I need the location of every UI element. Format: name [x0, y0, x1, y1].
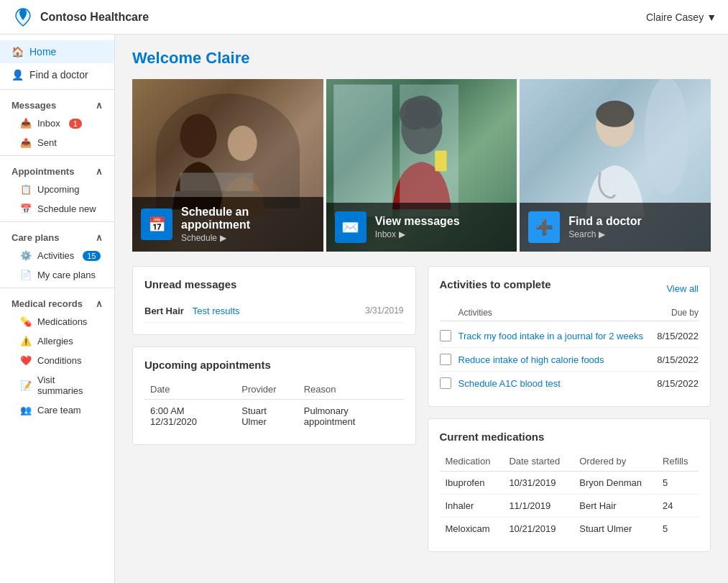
- sidebar-schedule-new-label: Schedule new: [37, 203, 96, 214]
- activity-label-2[interactable]: Reduce intake of high calorie foods: [459, 354, 650, 365]
- sidebar-divider-1: [0, 89, 114, 90]
- sidebar-medical-records-header: Medical records ∧: [0, 291, 114, 312]
- activity-checkbox-3[interactable]: [440, 377, 451, 389]
- activity-row-2: Reduce intake of high calorie foods 8/15…: [440, 348, 699, 372]
- activity-checkbox-2[interactable]: [440, 354, 451, 365]
- care-plans-section-label: Care plans: [11, 232, 59, 243]
- appointments-table: Date Provider Reason 6:00 AM 12/31/2020 …: [144, 380, 404, 433]
- hero-card-1-overlay: 📅 Schedule an appointment Schedule ▶: [132, 197, 323, 252]
- activity-label-3[interactable]: Schedule A1C blood test: [459, 378, 650, 389]
- appointments-section-label: Appointments: [11, 166, 74, 177]
- current-medications-card: Current medications Medication Date star…: [428, 418, 711, 552]
- message-sender: Bert Hair: [144, 306, 184, 316]
- find-doctor-icon: 👤: [11, 69, 24, 81]
- medical-records-collapse-icon[interactable]: ∧: [96, 298, 103, 309]
- hero-card-schedule[interactable]: 📅 Schedule an appointment Schedule ▶: [132, 79, 323, 252]
- sidebar-upcoming-label: Upcoming: [37, 184, 80, 195]
- hero-card-find-doctor[interactable]: ➕ Find a doctor Search ▶: [520, 79, 711, 252]
- find-doctor-card-icon: ➕: [528, 211, 560, 243]
- sidebar-item-find-doctor[interactable]: 👤 Find a doctor: [0, 63, 114, 86]
- inbox-badge: 1: [69, 119, 82, 129]
- sidebar-item-sent[interactable]: 📤 Sent: [0, 133, 114, 152]
- sidebar-item-conditions[interactable]: ❤️ Conditions: [0, 351, 114, 370]
- messages-card-title: View messages: [375, 215, 460, 228]
- welcome-title: Welcome Claire: [132, 49, 711, 68]
- sidebar-item-allergies[interactable]: ⚠️ Allergies: [0, 331, 114, 351]
- activities-card-title: Activities to complete: [440, 278, 551, 290]
- svg-point-14: [645, 79, 688, 195]
- svg-rect-10: [400, 85, 459, 217]
- user-menu[interactable]: Claire Casey ▼: [646, 12, 717, 23]
- right-column: Activities to complete View all Activiti…: [428, 266, 711, 552]
- layout: 🏠 Home 👤 Find a doctor Messages ∧ 📥 Inbo…: [0, 35, 728, 583]
- svg-rect-2: [172, 191, 261, 197]
- upcoming-appointments-card: Upcoming appointments Date Provider Reas…: [132, 346, 416, 445]
- my-care-plans-icon: 📄: [20, 270, 32, 280]
- sidebar-item-upcoming[interactable]: 📋 Upcoming: [0, 180, 114, 199]
- med-col-ordered-by: Ordered by: [573, 451, 657, 472]
- allergies-icon: ⚠️: [20, 336, 32, 346]
- view-all-link[interactable]: View all: [666, 283, 699, 294]
- sidebar-item-medications[interactable]: 💊 Medications: [0, 312, 114, 331]
- sidebar-item-inbox[interactable]: 📥 Inbox 1: [0, 114, 114, 133]
- medications-table: Medication Date started Ordered by Refil…: [440, 451, 699, 540]
- schedule-card-text: Schedule an appointment Schedule ▶: [181, 206, 315, 243]
- care-plans-collapse-icon[interactable]: ∧: [96, 232, 103, 243]
- sidebar-my-care-plans-label: My care plans: [37, 270, 96, 280]
- hero-card-messages[interactable]: ✉️ View messages Inbox ▶: [326, 79, 517, 252]
- sidebar-activities-label: Activities: [37, 250, 74, 261]
- sidebar-item-visit-summaries[interactable]: 📝 Visit summaries: [0, 370, 114, 400]
- med-refills-1: 5: [657, 472, 699, 495]
- brand-name: Contoso Healthcare: [40, 11, 149, 24]
- svg-rect-3: [180, 173, 253, 191]
- sidebar-divider-4: [0, 288, 114, 288]
- activity-checkbox-1[interactable]: [440, 330, 451, 341]
- sidebar: 🏠 Home 👤 Find a doctor Messages ∧ 📥 Inbo…: [0, 35, 115, 583]
- sidebar-care-team-label: Care team: [37, 405, 81, 416]
- find-doctor-card-text: Find a doctor Search ▶: [568, 215, 641, 239]
- sidebar-find-doctor-label: Find a doctor: [29, 69, 88, 81]
- med-date-1: 10/31/2019: [503, 472, 573, 495]
- sidebar-divider-3: [0, 221, 114, 222]
- sent-icon: 📤: [20, 137, 32, 148]
- medications-icon: 💊: [20, 316, 32, 327]
- sidebar-item-home[interactable]: 🏠 Home: [0, 40, 114, 63]
- sidebar-appointments-header: Appointments ∧: [0, 159, 114, 180]
- schedule-new-icon: 📅: [20, 203, 32, 214]
- visit-summaries-icon: 📝: [20, 380, 32, 391]
- medication-row-2: Inhaler 11/1/2019 Bert Hair 24: [440, 495, 699, 518]
- sidebar-item-schedule-new[interactable]: 📅 Schedule new: [0, 199, 114, 219]
- sidebar-medications-label: Medications: [37, 316, 87, 327]
- med-name-3: Meloxicam: [440, 518, 504, 541]
- topbar: Contoso Healthcare Claire Casey ▼: [0, 0, 728, 35]
- activity-due-1: 8/15/2022: [657, 331, 699, 341]
- medical-records-section-label: Medical records: [11, 298, 83, 309]
- activities-badge: 15: [83, 251, 100, 261]
- left-column: Unread messages Bert Hair Test results 3…: [132, 266, 416, 552]
- care-team-icon: 👥: [20, 405, 32, 416]
- sidebar-item-my-care-plans[interactable]: 📄 My care plans: [0, 265, 114, 285]
- activity-due-3: 8/15/2022: [657, 378, 699, 389]
- appointment-date: 6:00 AM 12/31/2020: [144, 400, 236, 433]
- activities-table-header: Activities Due by: [440, 308, 699, 321]
- schedule-card-icon: 📅: [141, 208, 172, 240]
- med-ordered-by-2: Bert Hair: [573, 495, 657, 518]
- message-row-1: Bert Hair Test results 3/31/2019: [144, 299, 404, 323]
- med-col-medication: Medication: [440, 451, 504, 472]
- bottom-cards-row: Unread messages Bert Hair Test results 3…: [132, 266, 711, 552]
- main-content: Welcome Claire 📅: [115, 35, 728, 583]
- activity-label-1[interactable]: Track my food intake in a journal for 2 …: [459, 331, 650, 341]
- sidebar-item-activities[interactable]: ⚙️ Activities 15: [0, 246, 114, 265]
- appointments-collapse-icon[interactable]: ∧: [96, 166, 103, 177]
- message-info: Bert Hair Test results: [144, 305, 240, 316]
- sidebar-item-care-team[interactable]: 👥 Care team: [0, 400, 114, 420]
- brand-logo-icon: [11, 6, 34, 29]
- message-subject[interactable]: Test results: [193, 306, 240, 316]
- messages-collapse-icon[interactable]: ∧: [96, 100, 103, 111]
- activities-col-header: Activities: [459, 308, 671, 318]
- unread-messages-card: Unread messages Bert Hair Test results 3…: [132, 266, 416, 335]
- svg-point-1: [228, 126, 257, 161]
- med-date-3: 10/21/2019: [503, 518, 573, 541]
- med-ordered-by-1: Bryon Denman: [573, 472, 657, 495]
- hero-card-3-overlay: ➕ Find a doctor Search ▶: [520, 203, 711, 252]
